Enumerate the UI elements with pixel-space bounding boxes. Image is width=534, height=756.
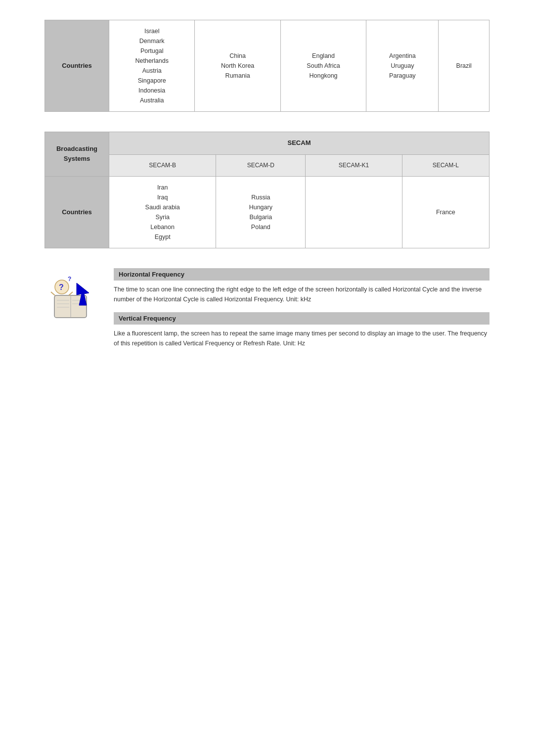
col-argentina-group: Argentina Uruguay Paraguay: [366, 20, 439, 112]
character-svg: ? ?: [47, 268, 101, 323]
col-england-group: England South Africa Hongkong: [280, 20, 366, 112]
svg-line-10: [69, 292, 73, 295]
secam-label: SECAM: [109, 132, 490, 155]
vertical-frequency-label: Vertical Frequency: [114, 312, 490, 325]
broadcasting-systems-table: Broadcasting Systems SECAM SECAM-B SECAM…: [44, 132, 490, 248]
countries-header-secam: Countries: [45, 176, 109, 248]
col-russia-group: Russia Hungary Bulgaria Poland: [216, 176, 306, 248]
countries-header-top: Countries: [45, 20, 109, 112]
secam-k1: SECAM-K1: [306, 154, 402, 176]
countries-table-top: Countries Israel Denmark Portugal Nether…: [44, 20, 490, 112]
info-section: ? ? Horizontal Frequency The time to sca…: [44, 268, 490, 356]
secam-b: SECAM-B: [109, 154, 216, 176]
horizontal-frequency-label: Horizontal Frequency: [114, 268, 490, 281]
info-content: Horizontal Frequency The time to scan on…: [114, 268, 490, 356]
secam-countries-row: Countries Iran Iraq Saudi arabia Syria L…: [45, 176, 490, 248]
countries-row-top: Countries Israel Denmark Portugal Nether…: [45, 20, 490, 112]
col-empty-secam-k1: [306, 176, 402, 248]
col-brazil-group: Brazil: [439, 20, 490, 112]
secam-subsystems-row: SECAM-B SECAM-D SECAM-K1 SECAM-L: [45, 154, 490, 176]
svg-line-9: [51, 292, 55, 295]
secam-l: SECAM-L: [402, 154, 489, 176]
vertical-frequency-text: Like a fluorescent lamp, the screen has …: [114, 329, 490, 348]
character-illustration: ? ?: [44, 268, 104, 323]
broadcasting-systems-header: Broadcasting Systems: [45, 132, 109, 177]
secam-d: SECAM-D: [216, 154, 306, 176]
col-france-group: France: [402, 176, 489, 248]
main-container: Countries Israel Denmark Portugal Nether…: [44, 20, 490, 356]
col-iran-group: Iran Iraq Saudi arabia Syria Lebanon Egy…: [109, 176, 216, 248]
horizontal-frequency-text: The time to scan one line connecting the…: [114, 284, 490, 304]
svg-text:?: ?: [68, 276, 71, 283]
col-china-group: China North Korea Rumania: [195, 20, 280, 112]
svg-text:?: ?: [59, 283, 64, 291]
secam-header-row: Broadcasting Systems SECAM: [45, 132, 490, 155]
col-israel-group: Israel Denmark Portugal Netherlands Aust…: [109, 20, 195, 112]
